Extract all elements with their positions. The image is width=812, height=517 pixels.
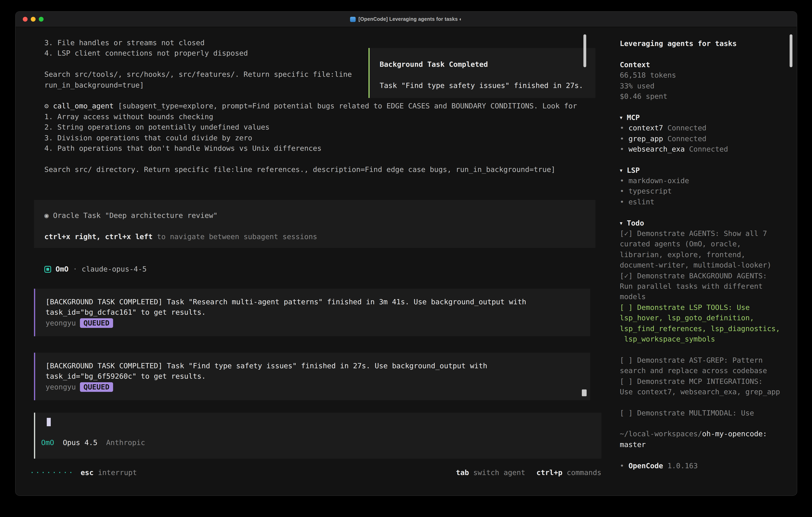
- bullet-icon: •: [620, 197, 624, 206]
- todo-item-line: models: [620, 292, 794, 302]
- todo-item-line: [✓] Demonstrate BACKGROUND AGENTS:: [620, 271, 794, 281]
- prompt-input[interactable]: OmO Opus 4.5 Anthropic: [34, 413, 601, 459]
- context-used: 33% used: [620, 81, 794, 91]
- blank-line: [380, 70, 596, 80]
- todo-item-line: [✓] Demonstrate AGENTS: Show all 7: [620, 228, 794, 239]
- workspace-path-row: ~/local-workspaces/oh-my-opencode:: [620, 429, 794, 439]
- document-icon: [350, 17, 356, 22]
- agent-model: claude-opus-4-5: [82, 264, 147, 274]
- mcp-status: Connected: [667, 124, 706, 132]
- shortcut-description: to navigate between subagent sessions: [153, 232, 317, 241]
- oracle-title-line: ◉ Oracle Task "Deep architecture review": [45, 210, 596, 221]
- window-title: [OpenCode] Leveraging agents for tasks ◐: [358, 17, 462, 22]
- bullet-icon: •: [620, 134, 624, 142]
- gear-icon: ⚙: [45, 102, 49, 110]
- mcp-name: context7: [628, 124, 663, 132]
- blank-line: [620, 155, 794, 165]
- todo-item-line: [ ] Demonstrate AST-GREP: Pattern: [620, 355, 794, 365]
- mcp-status: Connected: [667, 134, 706, 142]
- mcp-heading: MCP: [627, 113, 640, 121]
- todo-item-line: Use context7, websearch_exa, grep_app: [620, 387, 794, 397]
- esc-label: interrupt: [98, 468, 137, 477]
- text-cursor: [47, 418, 51, 426]
- bullet-icon: •: [620, 145, 624, 153]
- blank-line: [620, 345, 794, 355]
- tool-name: call_omo_agent: [53, 102, 114, 110]
- oracle-task-panel: ◉ Oracle Task "Deep architecture review"…: [34, 200, 596, 248]
- message-line: [BACKGROUND TASK COMPLETED] Task "Resear…: [46, 297, 590, 307]
- bullet-icon: •: [620, 176, 624, 185]
- app-version-row: • OpenCode 1.0.163: [620, 460, 794, 471]
- chevron-down-icon: ▼: [620, 113, 622, 123]
- workspace-branch: master: [620, 439, 794, 450]
- terminal-window: [OpenCode] Leveraging agents for tasks ◐…: [16, 11, 797, 495]
- window-title-wrap: [OpenCode] Leveraging agents for tasks ◐: [350, 17, 462, 22]
- spinner-icon: ········: [30, 468, 74, 477]
- todo-heading-row: ▼ Todo: [620, 218, 794, 228]
- minimize-button[interactable]: [31, 17, 35, 22]
- bullet-icon: •: [620, 461, 624, 470]
- zoom-button[interactable]: [39, 17, 44, 22]
- agent-header: OmO · claude-opus-4-5: [45, 264, 147, 274]
- scrollback-line: 1. Array access without bounds checking: [45, 111, 596, 122]
- sidebar-scrollbar-thumb[interactable]: [790, 34, 792, 67]
- tool-call-line: ⚙ call_omo_agent [subagent_type=explore,…: [45, 101, 596, 112]
- mcp-heading-row: ▼ MCP: [620, 112, 794, 123]
- lsp-name: typescript: [628, 187, 672, 195]
- lsp-heading-row: ▼ LSP: [620, 165, 794, 175]
- ctrlp-key: ctrl+p: [536, 468, 562, 477]
- blank-line: [620, 418, 794, 429]
- app-name: OpenCode: [628, 461, 663, 470]
- toast-body: Task "Find type safety issues" finished …: [380, 80, 596, 91]
- session-sidebar: Leveraging agents for tasks Context 66,5…: [620, 38, 794, 471]
- window-controls: [23, 17, 44, 22]
- todo-item-line: Run parallel tasks with different: [620, 281, 794, 292]
- chevron-down-icon: ▼: [620, 218, 622, 229]
- context-spent: $0.46 spent: [620, 91, 794, 102]
- background-task-message: [BACKGROUND TASK COMPLETED] Task "Resear…: [34, 289, 590, 336]
- todo-item-line: document-writer, multimodal-looker): [620, 260, 794, 271]
- tab-label: switch agent: [473, 468, 525, 477]
- status-badge: QUEUED: [80, 382, 113, 392]
- scrollback-line: 3. Division operations that could divide…: [45, 133, 596, 143]
- blank-line: [620, 450, 794, 460]
- workspace-path-prefix: ~/local-workspaces/: [620, 430, 702, 438]
- lsp-item: • typescript: [620, 186, 794, 197]
- blank-line: [620, 397, 794, 408]
- scrollback-line: Search src/ directory. Return specific f…: [45, 164, 596, 175]
- commands-hint: ctrl+p commands: [536, 467, 601, 478]
- agent-name: OmO: [56, 264, 68, 274]
- todo-item-line: [ ] Demonstrate MULTIMODAL: Use: [620, 408, 794, 418]
- message-line: task_id="bg_dcfac161" to get results.: [46, 307, 590, 318]
- oracle-title: Oracle Task "Deep architecture review": [53, 211, 218, 219]
- switch-agent-hint: tab switch agent: [456, 467, 525, 478]
- mcp-item: • grep_app Connected: [620, 133, 794, 144]
- todo-item-line-active: lsp_workspace_symbols: [620, 334, 794, 345]
- message-author: yeongyu: [46, 383, 76, 391]
- todo-item-line: curated agents (OmO, oracle,: [620, 239, 794, 249]
- background-task-message: [BACKGROUND TASK COMPLETED] Task "Find t…: [34, 353, 590, 400]
- lsp-name: markdown-oxide: [628, 176, 689, 185]
- todo-item-line-active: [ ] Demonstrate LSP TOOLS: Use: [620, 302, 794, 313]
- chevron-down-icon: ▼: [620, 165, 622, 176]
- lsp-item: • eslint: [620, 197, 794, 207]
- blank-line: [620, 49, 794, 60]
- todo-item-line-active: lsp_hover, lsp_goto_definition,: [620, 313, 794, 323]
- input-agent-name: OmO: [41, 438, 54, 446]
- main-scrollbar-thumb[interactable]: [583, 34, 586, 67]
- mcp-item: • websearch_exa Connected: [620, 144, 794, 155]
- message-line: task_id="bg_6f59260c" to get results.: [46, 371, 590, 382]
- lsp-item: • markdown-oxide: [620, 175, 794, 186]
- tab-key: tab: [456, 468, 469, 477]
- statusbar-right: tab switch agent ctrl+p commands: [456, 467, 601, 478]
- input-model-name: Opus 4.5: [63, 438, 97, 446]
- todo-item-line-active: lsp_find_references, lsp_diagnostics,: [620, 323, 794, 334]
- bullet-icon: •: [620, 124, 624, 132]
- close-button[interactable]: [23, 17, 28, 22]
- message-scroll-indicator[interactable]: [582, 389, 587, 396]
- workspace-name: oh-my-opencode:: [702, 430, 767, 438]
- app-version: 1.0.163: [667, 461, 698, 470]
- statusbar-left: ········esc interrupt: [30, 467, 137, 478]
- context-tokens: 66,518 tokens: [620, 70, 794, 81]
- bullet-icon: •: [620, 187, 624, 195]
